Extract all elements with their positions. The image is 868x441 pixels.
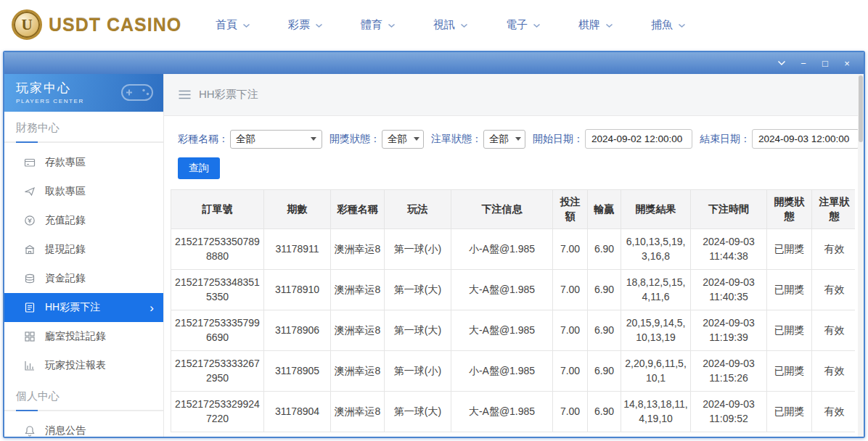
table-cell: 2,20,9,6,11,5,10,1 xyxy=(621,350,691,391)
draw-status-select[interactable]: 全部 xyxy=(382,130,424,149)
sidebar-item[interactable]: 廳室投註記錄 xyxy=(4,322,163,351)
table-cell: 有效 xyxy=(812,391,856,432)
table-cell: 第一球(小) xyxy=(385,350,451,391)
table-cell: 2152172533357996690 xyxy=(171,310,264,350)
sidebar-item[interactable]: 消息公告 xyxy=(4,416,163,437)
table-cell: 18,8,12,5,15,4,11,6 xyxy=(621,269,691,310)
sidebar-item[interactable]: 玩家投注報表 xyxy=(4,351,163,380)
table-cell: 已開獎 xyxy=(767,269,812,310)
table-cell: 澳洲幸运8 xyxy=(331,310,385,350)
section-divider xyxy=(4,410,163,411)
gamepad-icon xyxy=(120,81,155,107)
column-header: 開獎狀態 xyxy=(767,190,812,229)
sidebar-item[interactable]: 提現記錄 xyxy=(4,235,163,264)
sidebar-item[interactable]: HH彩票下注› xyxy=(4,293,163,322)
nav-item[interactable]: 彩票 xyxy=(288,18,323,32)
chevron-down-icon xyxy=(242,23,250,28)
column-header: 下注時間 xyxy=(691,190,767,229)
table-cell: 7.00 xyxy=(553,350,588,391)
column-header: 下注信息 xyxy=(451,190,553,229)
vertical-scrollbar[interactable] xyxy=(858,74,864,437)
sidebar: 玩家中心 PLAYERS CENTER 財務中心存款專區取款專區充值記錄提現記錄… xyxy=(4,74,164,437)
window-body: 玩家中心 PLAYERS CENTER 財務中心存款專區取款專區充值記錄提現記錄… xyxy=(4,74,864,437)
table-header-row: 訂單號期數彩種名稱玩法下注信息投注額輸贏開獎結果下注時間開獎狀態注單狀態 xyxy=(171,190,856,229)
cashout-icon xyxy=(24,244,36,255)
table-cell: 小-A盤@1.985 xyxy=(451,350,553,391)
table-cell: 2024-09-03 11:44:38 xyxy=(691,228,767,269)
page-title: HH彩票下注 xyxy=(199,88,258,102)
nav-item[interactable]: 體育 xyxy=(361,18,396,32)
main-nav: 首頁彩票體育視訊電子棋牌捕魚 xyxy=(216,18,686,32)
chevron-down-icon xyxy=(605,23,613,28)
chevron-down-icon xyxy=(315,23,323,28)
sidebar-item-label: 提現記錄 xyxy=(45,243,86,256)
sidebar-item-label: 廳室投註記錄 xyxy=(45,330,106,343)
column-header: 輸贏 xyxy=(588,190,621,229)
section-divider xyxy=(4,141,163,143)
table-cell: 2024-09-03 11:40:35 xyxy=(691,269,767,310)
table-cell: 大-A盤@1.985 xyxy=(451,269,553,310)
search-button[interactable]: 查詢 xyxy=(178,157,220,179)
table-cell: 有效 xyxy=(812,350,856,391)
table-cell: 7.00 xyxy=(553,269,588,310)
table-cell: 第一球(大) xyxy=(385,391,451,432)
window-maximize-icon[interactable]: □ xyxy=(820,58,830,68)
window-minimize-icon[interactable]: − xyxy=(798,58,808,68)
table-cell: 2024-09-03 11:15:26 xyxy=(691,350,767,391)
column-header: 玩法 xyxy=(385,190,451,229)
breadcrumb: HH彩票下注 xyxy=(164,74,864,116)
scrollbar-thumb[interactable] xyxy=(859,75,863,142)
nav-item-label: 棋牌 xyxy=(578,18,600,32)
table-cell: 7.00 xyxy=(553,310,588,350)
top-navigation-bar: U USDT CASINO 首頁彩票體育視訊電子棋牌捕魚 xyxy=(0,0,868,49)
sidebar-item[interactable]: 存款專區 xyxy=(4,148,163,177)
sidebar-item-label: 取款專區 xyxy=(45,185,86,198)
menu-toggle-icon[interactable] xyxy=(179,90,191,99)
table-cell: 31178905 xyxy=(264,350,331,391)
sidebar-item-label: 玩家投注報表 xyxy=(45,359,106,372)
table-cell: 第一球(大) xyxy=(385,269,451,310)
order-status-select[interactable]: 全部 xyxy=(483,130,525,149)
nav-item[interactable]: 視訊 xyxy=(433,18,468,32)
logo[interactable]: U USDT CASINO xyxy=(12,9,189,40)
end-date-input[interactable] xyxy=(752,129,859,149)
sidebar-item[interactable]: 充值記錄 xyxy=(4,206,163,235)
nav-item-label: 捕魚 xyxy=(651,18,673,32)
window-controls: −□× xyxy=(777,58,852,68)
table-cell: 澳洲幸运8 xyxy=(331,391,385,432)
start-date-input[interactable] xyxy=(585,129,692,149)
nav-item[interactable]: 捕魚 xyxy=(651,18,686,32)
table-cell: 澳洲幸运8 xyxy=(331,228,385,269)
table-cell: 澳洲幸运8 xyxy=(331,269,385,310)
lottery-type-label: 彩種名稱： xyxy=(178,133,229,146)
logo-text: USDT CASINO xyxy=(49,15,181,36)
recharge-icon xyxy=(24,215,36,226)
sidebar-item-label: 消息公告 xyxy=(45,424,86,437)
table-row: 215217253348351535031178910澳洲幸运8第一球(大)大-… xyxy=(171,269,856,310)
window-collapse-icon[interactable] xyxy=(777,58,787,68)
orders-table: 訂單號期數彩種名稱玩法下注信息投注額輸贏開獎結果下注時間開獎狀態注單狀態 215… xyxy=(171,189,855,432)
table-cell: 7.00 xyxy=(553,391,588,432)
logo-letter: U xyxy=(21,16,32,34)
sidebar-menu: 財務中心存款專區取款專區充值記錄提現記錄資金記錄HH彩票下注›廳室投註記錄玩家投… xyxy=(4,112,163,437)
table-cell: 第一球(大) xyxy=(385,310,451,350)
table-cell: 2024-09-03 11:09:52 xyxy=(691,391,767,432)
nav-item[interactable]: 棋牌 xyxy=(578,18,613,32)
sidebar-item[interactable]: 取款專區 xyxy=(4,177,163,206)
chevron-down-icon xyxy=(460,23,468,28)
dropdown-arrow-icon xyxy=(414,137,419,141)
message-icon xyxy=(24,425,36,437)
nav-item[interactable]: 首頁 xyxy=(216,18,250,32)
table-cell: 20,15,9,14,5,10,13,19 xyxy=(621,310,691,350)
nav-item[interactable]: 電子 xyxy=(506,18,541,32)
chevron-right-icon: › xyxy=(150,302,154,314)
table-cell: 澳洲幸运8 xyxy=(331,350,385,391)
select-value: 全部 xyxy=(489,133,509,146)
nav-item-label: 彩票 xyxy=(288,18,310,32)
sidebar-item[interactable]: 資金記錄 xyxy=(4,264,163,293)
lottery-type-select[interactable]: 全部 xyxy=(230,130,322,149)
table-cell: 6.90 xyxy=(588,350,621,391)
table-cell: 大-A盤@1.985 xyxy=(451,310,553,350)
dropdown-arrow-icon xyxy=(311,137,316,141)
window-close-icon[interactable]: × xyxy=(842,58,852,68)
